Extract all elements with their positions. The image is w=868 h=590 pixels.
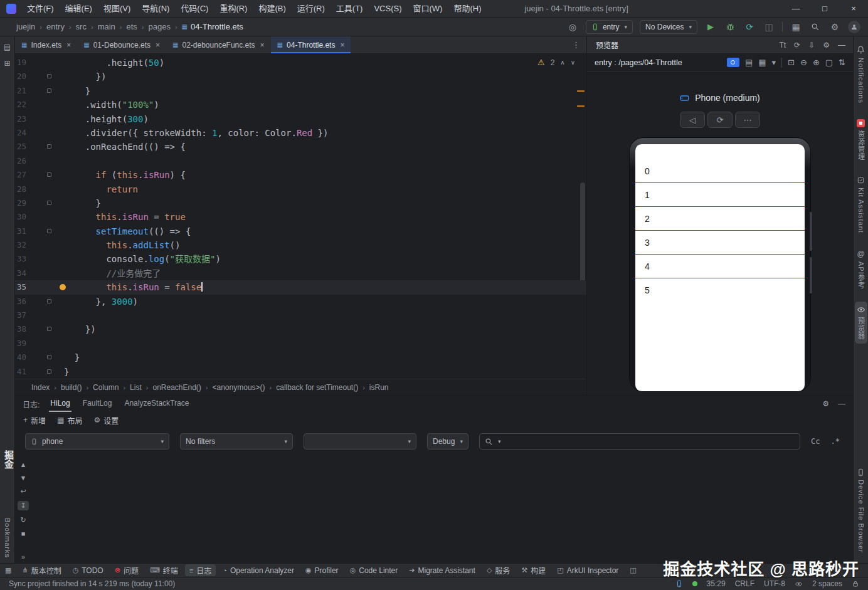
- fold-marker-icon[interactable]: [47, 327, 51, 331]
- list-item[interactable]: 3: [635, 231, 805, 255]
- clear-icon[interactable]: ■: [21, 530, 26, 537]
- code-line[interactable]: 29 }: [15, 196, 586, 210]
- fold-marker-icon[interactable]: [47, 369, 51, 374]
- tool-window-button-code-linter[interactable]: ◎Code Linter: [346, 566, 403, 576]
- refresh-icon[interactable]: ⟳: [794, 41, 800, 50]
- breadcrumb-item[interactable]: ets: [126, 22, 137, 31]
- sidebar-item-kit-assistant[interactable]: Kit Assistant: [855, 172, 866, 237]
- restart-icon[interactable]: ↻: [20, 516, 26, 524]
- code-line[interactable]: 19 .height(50): [15, 56, 586, 70]
- list-item[interactable]: 4: [635, 255, 805, 278]
- tool-window-button-migrate-assistant[interactable]: ➔Migrate Assistant: [405, 566, 480, 576]
- list-item[interactable]: 1: [635, 183, 805, 207]
- menu-item[interactable]: VCS(S): [368, 0, 407, 17]
- fold-marker-icon[interactable]: [47, 88, 51, 93]
- tool-window-switcher-icon[interactable]: ▦: [5, 566, 11, 574]
- download-icon[interactable]: ⇩: [808, 41, 815, 50]
- tool-window-button[interactable]: ◫: [625, 566, 640, 575]
- tool-window-button-todo[interactable]: ◷TODO: [68, 566, 108, 576]
- previous-page-icon[interactable]: ◁: [680, 112, 705, 128]
- code-line[interactable]: 39: [15, 337, 586, 350]
- list-item[interactable]: 0: [635, 159, 805, 183]
- code-breadcrumb-item[interactable]: Index: [31, 383, 50, 392]
- list-item[interactable]: 2: [635, 207, 805, 231]
- editor-tab[interactable]: ▦02-debounceFunc.ets×: [166, 36, 271, 53]
- log-output[interactable]: [31, 455, 853, 563]
- lock-icon[interactable]: [852, 580, 859, 587]
- layout-grid-icon[interactable]: ▦: [790, 22, 802, 32]
- zoom-in-icon[interactable]: ⊕: [813, 58, 820, 67]
- maximize-button[interactable]: □: [810, 0, 839, 18]
- tool-window-button-服务[interactable]: ◇服务: [482, 564, 514, 576]
- debug-button[interactable]: [724, 22, 736, 31]
- tool-window-button-版本控制[interactable]: ⋔版本控制: [18, 564, 65, 576]
- code-breadcrumb-item[interactable]: onReachEnd(): [152, 383, 201, 392]
- code-line[interactable]: 23 .height(300): [15, 112, 586, 126]
- menu-item[interactable]: 工具(T): [331, 0, 369, 17]
- fold-marker-icon[interactable]: [47, 299, 51, 303]
- menu-item[interactable]: 视图(V): [98, 0, 136, 17]
- tool-window-button-问题[interactable]: ⊗问题: [110, 564, 143, 576]
- menu-item[interactable]: 文件(F): [21, 0, 60, 17]
- code-breadcrumb-item[interactable]: callback for setTimeout(): [276, 383, 358, 392]
- run-button[interactable]: ▶: [704, 22, 717, 31]
- code-breadcrumb-item[interactable]: List: [130, 383, 142, 392]
- code-line[interactable]: 20 }): [15, 70, 586, 83]
- code-line[interactable]: 22 .width("100%"): [15, 98, 586, 112]
- code-line[interactable]: 21 }: [15, 84, 586, 98]
- settings-gear-icon[interactable]: ⚙: [823, 41, 830, 50]
- orientation-icon[interactable]: ⇅: [839, 58, 845, 67]
- fold-marker-icon[interactable]: [47, 144, 51, 149]
- more-tabs-icon[interactable]: ⋮: [566, 36, 586, 53]
- breadcrumb-item[interactable]: entry: [46, 22, 65, 31]
- sidebar-item-bookmarks[interactable]: Bookmarks: [4, 518, 11, 558]
- fold-marker-icon[interactable]: [47, 229, 51, 233]
- fold-marker-icon[interactable]: [47, 201, 51, 205]
- caret-position[interactable]: 35:29: [707, 579, 726, 588]
- breadcrumb-item[interactable]: main: [98, 22, 115, 31]
- dropdown-caret-icon[interactable]: ▾: [772, 58, 776, 67]
- device-target-icon[interactable]: ◎: [566, 22, 579, 32]
- device-filter-select[interactable]: phone ▾: [25, 433, 169, 450]
- sidebar-item-api参考[interactable]: @API参考: [855, 245, 867, 293]
- code-line[interactable]: 31 setTimeout(() => {: [15, 224, 586, 238]
- code-line[interactable]: 32 this.addList(): [15, 238, 586, 252]
- device-select[interactable]: No Devices ▾: [640, 20, 697, 34]
- zoom-out-icon[interactable]: ⊖: [800, 58, 807, 67]
- list-item[interactable]: 5: [635, 278, 805, 302]
- user-avatar[interactable]: [848, 21, 860, 33]
- more-icon[interactable]: »: [21, 553, 25, 561]
- code-line[interactable]: 28 return: [15, 182, 586, 196]
- layers-icon[interactable]: ▤: [745, 58, 753, 67]
- menu-item[interactable]: 帮助(H): [448, 0, 487, 17]
- code-line[interactable]: 37: [15, 308, 586, 322]
- match-case-toggle[interactable]: Cc: [811, 437, 820, 446]
- log-filter-select[interactable]: No filters ▾: [180, 433, 293, 450]
- scroll-down-icon[interactable]: ▼: [20, 474, 27, 482]
- menu-item[interactable]: 窗口(W): [408, 0, 448, 17]
- menu-item[interactable]: 构建(B): [253, 0, 291, 17]
- tool-window-button-日志[interactable]: ≡日志: [185, 564, 216, 576]
- close-tab-icon[interactable]: ×: [340, 41, 344, 50]
- tool-window-button-arkui-inspector[interactable]: ◰ArkUI Inspector: [553, 566, 623, 576]
- code-breadcrumb-item[interactable]: isRun: [369, 383, 389, 392]
- fold-marker-icon[interactable]: [47, 74, 51, 78]
- code-breadcrumb-item[interactable]: <anonymous>(): [213, 383, 265, 392]
- code-line[interactable]: 41}: [15, 365, 586, 379]
- menu-item[interactable]: 导航(N): [136, 0, 175, 17]
- file-encoding[interactable]: UTF-8: [764, 579, 785, 588]
- code-line[interactable]: 36 }, 3000): [15, 295, 586, 308]
- hide-panel-icon[interactable]: —: [838, 41, 845, 50]
- close-tab-icon[interactable]: ×: [260, 41, 265, 50]
- search-everywhere-icon[interactable]: [809, 23, 822, 31]
- code-line[interactable]: 34 //业务做完了: [15, 266, 586, 280]
- close-button[interactable]: ×: [839, 0, 868, 18]
- sync-button[interactable]: ⟳: [743, 22, 756, 32]
- indent-setting[interactable]: 2 spaces: [812, 579, 842, 588]
- log-tab-hilog[interactable]: HiLog: [49, 396, 71, 412]
- log-level-select[interactable]: Debug ▾: [427, 433, 468, 450]
- highlight-level-icon[interactable]: [795, 580, 803, 588]
- code-line[interactable]: 33 console.log("获取数据"): [15, 252, 586, 266]
- log-tab-faultlog[interactable]: FaultLog: [82, 396, 114, 412]
- font-size-icon[interactable]: Tt: [779, 41, 786, 50]
